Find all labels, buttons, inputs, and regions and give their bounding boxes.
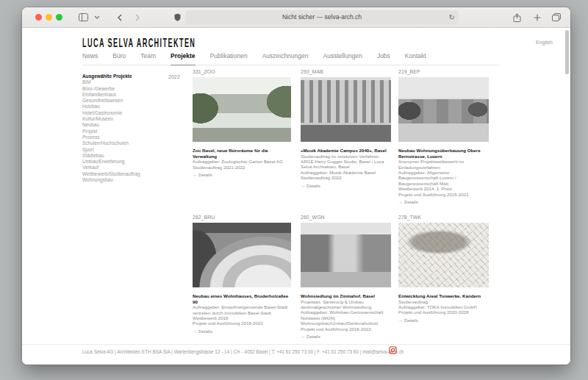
project-meta: Studienauftrag: [398, 299, 489, 304]
reload-icon[interactable]: ↻: [449, 10, 455, 24]
project-card[interactable]: 293_MAB «Musik Akademie Campus 2040», Ba…: [301, 69, 391, 188]
filter-item[interactable]: Gesundheitswesen: [82, 98, 169, 104]
nav-item-jobs[interactable]: Jobs: [377, 52, 390, 60]
browser-titlebar: Nicht sicher — selva-arch.ch ↻: [22, 7, 570, 28]
project-meta: Wettbewerb 2014, 1. Preis: [398, 186, 489, 191]
project-card[interactable]: 278_TWK Entwicklung Areal Tonwerke, Kand…: [398, 215, 489, 323]
project-card[interactable]: 219_BEP Neubau Wohnungsüberbauung Obere …: [398, 69, 489, 204]
details-link[interactable]: → Details: [398, 199, 489, 204]
project-meta: Auftraggeber: Musik-Akademie Basel: [301, 170, 391, 175]
footer-divider: [22, 344, 570, 345]
language-link[interactable]: English: [536, 40, 553, 45]
project-meta: ARGE Harry Gugger Studio, Basel / Luca S…: [301, 159, 391, 170]
back-button[interactable]: [115, 12, 125, 22]
zoom-window-button[interactable]: [56, 14, 62, 21]
filter-item[interactable]: Sport: [82, 147, 169, 153]
project-image-street[interactable]: [398, 77, 489, 142]
project-meta: Wohnungsbau/Umbau/Denkmalschutz: [301, 320, 391, 326]
address-bar-text: Nicht sicher — selva-arch.ch: [185, 10, 459, 24]
nav-item-ausstellungen[interactable]: Ausstellungen: [323, 52, 362, 60]
filter-item[interactable]: Einfamilienhaus: [82, 92, 169, 98]
filter-item[interactable]: Hotel/Gastronomie: [82, 110, 169, 116]
filter-item[interactable]: Prozess: [82, 135, 169, 140]
filter-item[interactable]: BIM: [82, 79, 169, 85]
project-image-zoo[interactable]: [193, 77, 291, 142]
project-meta: Auftraggeber: TOKA Immobilien GmbH: [398, 304, 489, 309]
minimize-window-button[interactable]: [46, 14, 52, 21]
details-link[interactable]: → Details: [398, 318, 489, 323]
close-window-button[interactable]: [35, 14, 42, 21]
project-meta: Auftraggeber: Einwohnergemeinde Basel-St…: [193, 304, 291, 315]
filter-item[interactable]: Neubau: [82, 122, 169, 128]
footer-contact-text: Luca Selva AG | Architekten ETH BSA SIA …: [82, 349, 404, 354]
nav-item-projekte[interactable]: Projekte: [171, 52, 196, 60]
project-meta: Projekt und Ausführung 2016-2023: [301, 326, 391, 331]
filter-item[interactable]: Städtebau: [82, 153, 169, 159]
tab-overview-icon[interactable]: [551, 12, 562, 22]
details-link[interactable]: → Details: [193, 172, 291, 177]
project-meta: Studienauftrag 2021-2022: [193, 165, 291, 170]
filter-item[interactable]: Umbau/Erweiterung: [82, 159, 169, 165]
details-link[interactable]: → Details: [193, 329, 291, 334]
filter-item[interactable]: Verkauf: [82, 165, 169, 171]
nav-item-news[interactable]: News: [82, 52, 98, 60]
project-image-courtyard[interactable]: [301, 223, 391, 287]
filter-item[interactable]: Wettbewerb/Studienauftrag: [82, 171, 169, 177]
nav-item-buero[interactable]: Büro: [112, 52, 126, 60]
project-code: 262_BRU: [193, 215, 291, 220]
project-meta: Projekt und Ausführung 2015-2021: [398, 192, 489, 197]
nav-item-kontakt[interactable]: Kontakt: [405, 52, 426, 60]
filter-item[interactable]: Schulen/Hochschulen: [82, 140, 169, 146]
nav-item-publikationen[interactable]: Publikationen: [210, 52, 248, 60]
project-image-facade[interactable]: [301, 77, 391, 142]
scrollbar-thumb[interactable]: [565, 30, 569, 74]
project-title: Zoo Basel, neue Büroräume für die Verwal…: [193, 148, 291, 159]
project-title: Neubau Wohnungsüberbauung Obere Bernstra…: [398, 148, 489, 159]
project-title: Entwicklung Areal Tonwerke, Kandern: [398, 293, 489, 299]
project-image-siteplan[interactable]: [398, 223, 489, 287]
project-code: 293_MAB: [301, 69, 391, 74]
share-icon[interactable]: [512, 12, 522, 22]
project-meta: Projekt und Ausführung 2019-2022: [193, 320, 291, 326]
forward-button[interactable]: [132, 12, 143, 22]
project-title: Wohnsiedlung im Zinmahof, Basel: [301, 293, 391, 299]
project-title: «Musik Akademie Campus 2040», Basel: [301, 148, 391, 154]
project-card[interactable]: 331_ZOO Zoo Basel, neue Büroräume für di…: [193, 69, 291, 177]
filter-item[interactable]: Projekt: [82, 129, 169, 135]
project-meta: Anonymer Projektwettbewerb im Einladungs…: [398, 159, 489, 170]
page-content: LUCA SELVA ARCHITEKTEN English News Büro…: [22, 28, 570, 365]
project-meta: Projekt und Ausführung 2020-2028: [398, 309, 489, 315]
project-meta: Auftraggeber: Allgemeine Baugenossenscha…: [398, 170, 489, 186]
details-link[interactable]: → Details: [301, 334, 391, 339]
filter-item[interactable]: Holzbau: [82, 104, 169, 110]
project-code: 219_BEP: [398, 69, 489, 74]
browser-window: Nicht sicher — selva-arch.ch ↻ LUCA SELV…: [22, 7, 570, 365]
nav-item-team[interactable]: Team: [140, 52, 156, 60]
filter-item[interactable]: Wohnungsbau: [82, 177, 169, 183]
filter-item[interactable]: Büro-/Gewerbe: [82, 86, 169, 92]
details-link[interactable]: → Details: [301, 183, 391, 188]
main-nav: News Büro Team Projekte Publikationen Au…: [82, 52, 500, 65]
project-meta: Auftraggeber: Wohnbau-Genossenschaft Nor…: [301, 309, 391, 320]
project-image-balconies[interactable]: [193, 223, 291, 287]
year-label: 2022: [168, 74, 180, 79]
project-filter-list: Ausgewählte Projekte BIM Büro-/Gewerbe E…: [82, 74, 169, 183]
project-meta: Studienauftrag 2022: [301, 175, 391, 180]
address-bar[interactable]: Nicht sicher — selva-arch.ch ↻: [185, 10, 459, 24]
filter-ausgewaehlte-projekte[interactable]: Ausgewählte Projekte: [82, 74, 169, 79]
project-card[interactable]: 262_BRU Neubau eines Wohnhauses, Bruderh…: [193, 215, 291, 334]
privacy-shield-icon[interactable]: [172, 12, 182, 22]
project-code: 331_ZOO: [193, 69, 291, 74]
instagram-icon[interactable]: [389, 346, 397, 354]
nav-item-auszeichnungen[interactable]: Auszeichnungen: [262, 52, 309, 60]
chevron-down-icon[interactable]: [92, 12, 102, 22]
project-meta: Wettbewerb 2018: [193, 315, 291, 320]
sidebar-toggle-icon[interactable]: [78, 12, 88, 22]
project-title: Neubau eines Wohnhauses, Bruderholzallee…: [193, 293, 291, 304]
project-meta: Projektart: Sanierung & Umbau denkmalges…: [301, 299, 391, 310]
project-card[interactable]: 260_WGN Wohnsiedlung im Zinmahof, Basel …: [301, 215, 391, 339]
new-tab-icon[interactable]: [532, 12, 542, 22]
site-logo[interactable]: LUCA SELVA ARCHITEKTEN: [82, 36, 196, 50]
project-code: 260_WGN: [301, 215, 391, 220]
filter-item[interactable]: Kultur/Museen: [82, 116, 169, 122]
